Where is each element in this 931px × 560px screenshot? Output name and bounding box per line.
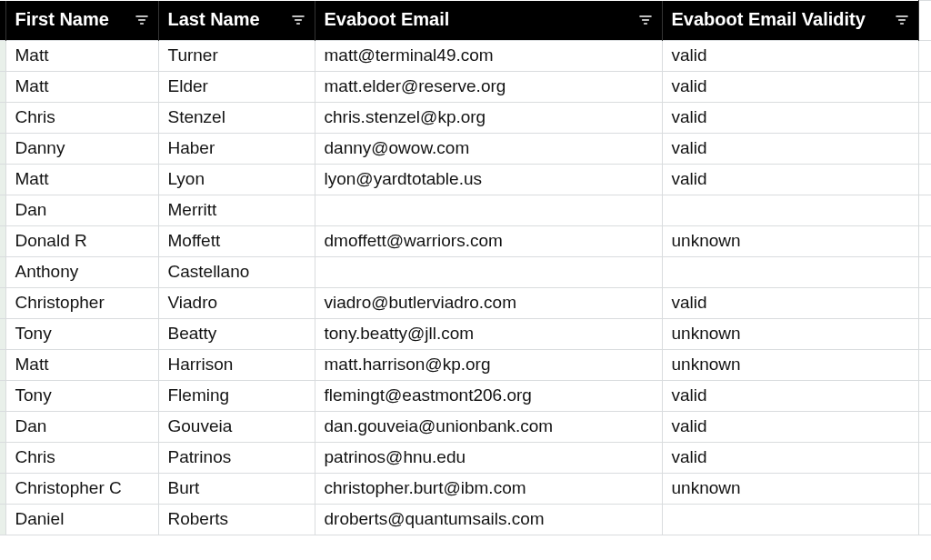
cell-email[interactable]: viadro@butlerviadro.com bbox=[315, 288, 662, 319]
cell-last[interactable]: Fleming bbox=[158, 381, 315, 412]
trailing-cell bbox=[918, 505, 931, 535]
cell-email[interactable]: matt.elder@reserve.org bbox=[315, 72, 662, 103]
cell-valid[interactable] bbox=[662, 505, 918, 535]
table-row: Donald RMoffettdmoffett@warriors.comunkn… bbox=[0, 226, 931, 257]
filter-icon[interactable] bbox=[636, 11, 655, 29]
table-row: ChrisStenzelchris.stenzel@kp.orgvalid bbox=[0, 103, 931, 134]
cell-first[interactable]: Dan bbox=[5, 412, 158, 443]
cell-valid[interactable]: valid bbox=[662, 412, 918, 443]
table-row: ChristopherViadroviadro@butlerviadro.com… bbox=[0, 288, 931, 319]
cell-valid[interactable]: unknown bbox=[662, 474, 918, 505]
table-row: MattLyonlyon@yardtotable.usvalid bbox=[0, 165, 931, 195]
cell-last[interactable]: Elder bbox=[158, 72, 315, 103]
cell-valid[interactable]: unknown bbox=[662, 350, 918, 381]
cell-valid[interactable]: valid bbox=[662, 134, 918, 165]
cell-last[interactable]: Stenzel bbox=[158, 103, 315, 134]
trailing-column bbox=[918, 1, 931, 41]
table-body: MattTurnermatt@terminal49.comvalidMattEl… bbox=[0, 41, 931, 535]
col-header-label: Evaboot Email bbox=[325, 9, 450, 29]
cell-first[interactable]: Tony bbox=[5, 319, 158, 350]
col-header-label: Evaboot Email Validity bbox=[672, 9, 866, 29]
table-row: MattTurnermatt@terminal49.comvalid bbox=[0, 41, 931, 72]
filter-icon[interactable] bbox=[133, 11, 151, 29]
filter-icon[interactable] bbox=[289, 11, 307, 29]
cell-email[interactable]: matt@terminal49.com bbox=[315, 41, 662, 72]
cell-first[interactable]: Christopher bbox=[5, 288, 158, 319]
cell-first[interactable]: Donald R bbox=[5, 226, 158, 257]
trailing-cell bbox=[918, 443, 931, 474]
cell-last[interactable]: Gouveia bbox=[158, 412, 315, 443]
cell-last[interactable]: Burt bbox=[158, 474, 315, 505]
cell-last[interactable]: Moffett bbox=[158, 226, 315, 257]
cell-valid[interactable]: valid bbox=[662, 443, 918, 474]
cell-last[interactable]: Roberts bbox=[158, 505, 315, 535]
cell-email[interactable]: flemingt@eastmont206.org bbox=[315, 381, 662, 412]
cell-last[interactable]: Haber bbox=[158, 134, 315, 165]
cell-first[interactable]: Daniel bbox=[5, 505, 158, 535]
contacts-table: First NameLast NameEvaboot EmailEvaboot … bbox=[0, 0, 931, 535]
cell-email[interactable]: danny@owow.com bbox=[315, 134, 662, 165]
table-row: DanGouveiadan.gouveia@unionbank.comvalid bbox=[0, 412, 931, 443]
col-header-email[interactable]: Evaboot Email bbox=[315, 1, 662, 41]
trailing-cell bbox=[918, 381, 931, 412]
col-header-last[interactable]: Last Name bbox=[158, 1, 315, 41]
table-row: Christopher CBurtchristopher.burt@ibm.co… bbox=[0, 474, 931, 505]
cell-last[interactable]: Patrinos bbox=[158, 443, 315, 474]
cell-first[interactable]: Danny bbox=[5, 134, 158, 165]
cell-email[interactable] bbox=[315, 257, 662, 288]
cell-first[interactable]: Dan bbox=[5, 195, 158, 226]
cell-valid[interactable] bbox=[662, 257, 918, 288]
cell-valid[interactable]: unknown bbox=[662, 226, 918, 257]
col-header-label: Last Name bbox=[168, 9, 260, 29]
trailing-cell bbox=[918, 288, 931, 319]
cell-email[interactable]: dmoffett@warriors.com bbox=[315, 226, 662, 257]
cell-email[interactable]: droberts@quantumsails.com bbox=[315, 505, 662, 535]
cell-valid[interactable]: unknown bbox=[662, 319, 918, 350]
cell-first[interactable]: Matt bbox=[5, 72, 158, 103]
header-row: First NameLast NameEvaboot EmailEvaboot … bbox=[0, 1, 931, 41]
col-header-label: First Name bbox=[15, 9, 109, 29]
cell-email[interactable] bbox=[315, 195, 662, 226]
trailing-cell bbox=[918, 195, 931, 226]
cell-valid[interactable] bbox=[662, 195, 918, 226]
cell-first[interactable]: Anthony bbox=[5, 257, 158, 288]
cell-email[interactable]: dan.gouveia@unionbank.com bbox=[315, 412, 662, 443]
cell-email[interactable]: christopher.burt@ibm.com bbox=[315, 474, 662, 505]
cell-valid[interactable]: valid bbox=[662, 288, 918, 319]
cell-first[interactable]: Chris bbox=[5, 443, 158, 474]
cell-last[interactable]: Viadro bbox=[158, 288, 315, 319]
cell-valid[interactable]: valid bbox=[662, 103, 918, 134]
col-header-valid[interactable]: Evaboot Email Validity bbox=[662, 1, 918, 41]
col-header-first[interactable]: First Name bbox=[5, 1, 158, 41]
cell-last[interactable]: Turner bbox=[158, 41, 315, 72]
cell-valid[interactable]: valid bbox=[662, 165, 918, 195]
cell-first[interactable]: Tony bbox=[5, 381, 158, 412]
cell-email[interactable]: patrinos@hnu.edu bbox=[315, 443, 662, 474]
cell-email[interactable]: tony.beatty@jll.com bbox=[315, 319, 662, 350]
cell-valid[interactable]: valid bbox=[662, 72, 918, 103]
cell-first[interactable]: Matt bbox=[5, 350, 158, 381]
cell-email[interactable]: chris.stenzel@kp.org bbox=[315, 103, 662, 134]
cell-email[interactable]: matt.harrison@kp.org bbox=[315, 350, 662, 381]
cell-last[interactable]: Harrison bbox=[158, 350, 315, 381]
table-row: AnthonyCastellano bbox=[0, 257, 931, 288]
cell-last[interactable]: Castellano bbox=[158, 257, 315, 288]
cell-first[interactable]: Chris bbox=[5, 103, 158, 134]
trailing-cell bbox=[918, 165, 931, 195]
table-row: TonyFlemingflemingt@eastmont206.orgvalid bbox=[0, 381, 931, 412]
cell-first[interactable]: Matt bbox=[5, 165, 158, 195]
cell-last[interactable]: Lyon bbox=[158, 165, 315, 195]
cell-last[interactable]: Beatty bbox=[158, 319, 315, 350]
trailing-cell bbox=[918, 103, 931, 134]
trailing-cell bbox=[918, 41, 931, 72]
filter-icon[interactable] bbox=[893, 11, 911, 29]
trailing-cell bbox=[918, 257, 931, 288]
cell-valid[interactable]: valid bbox=[662, 381, 918, 412]
cell-first[interactable]: Matt bbox=[5, 41, 158, 72]
table-row: DannyHaberdanny@owow.comvalid bbox=[0, 134, 931, 165]
cell-first[interactable]: Christopher C bbox=[5, 474, 158, 505]
cell-last[interactable]: Merritt bbox=[158, 195, 315, 226]
cell-valid[interactable]: valid bbox=[662, 41, 918, 72]
cell-email[interactable]: lyon@yardtotable.us bbox=[315, 165, 662, 195]
trailing-cell bbox=[918, 72, 931, 103]
